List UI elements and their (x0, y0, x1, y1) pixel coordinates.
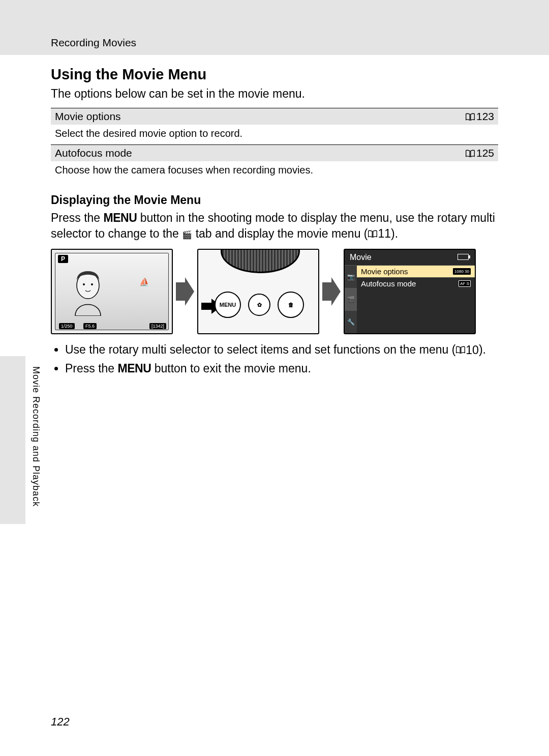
diagram-row: P ⛵ 1/250 F5.6 [1342] (51, 249, 498, 334)
subsection-title: Displaying the Movie Menu (51, 193, 498, 207)
flower-button-illustration: ✿ (248, 294, 270, 316)
movie-tab-icon: 🎬 (182, 230, 192, 239)
page-reference: 10 (455, 342, 479, 358)
page-number: 122 (51, 715, 70, 729)
svg-marker-5 (322, 277, 341, 306)
menu-glyph: MENU (118, 362, 151, 375)
command-dial-illustration (221, 249, 300, 273)
book-icon (455, 346, 466, 354)
book-icon (368, 230, 378, 238)
option-row-header: Movie options 123 (51, 108, 498, 125)
menu-item-label: Movie options (361, 267, 408, 276)
arrow-right-icon (322, 277, 341, 306)
portrait-illustration (70, 270, 106, 316)
delete-button-illustration: 🗑 (278, 292, 304, 318)
option-name: Autofocus mode (55, 147, 465, 159)
svg-point-2 (91, 283, 93, 285)
svg-point-1 (83, 283, 85, 285)
arrow-right-icon (176, 277, 194, 306)
camera-buttons-illustration: MENU ✿ 🗑 (197, 249, 319, 334)
page-number-ref: 123 (476, 110, 494, 123)
movie-menu-illustration: Movie 📷 🎬 🔧 Movie options 1080 30 Autofo… (344, 249, 476, 334)
option-description: Choose how the camera focuses when recor… (51, 161, 498, 181)
shots-remaining: [1342] (149, 323, 166, 329)
subsection-paragraph: Press the MENU button in the shooting mo… (51, 210, 498, 242)
movie-tab-icon: 🎬 (345, 288, 357, 311)
svg-marker-3 (176, 277, 194, 306)
mode-badge: P (58, 255, 68, 263)
list-item: Use the rotary multi selector to select … (65, 341, 498, 358)
menu-item-badge: AF S (459, 280, 471, 287)
shutter-speed: 1/250 (59, 323, 75, 329)
list-item: Press the MENU button to exit the movie … (65, 360, 498, 376)
section-title: Using the Movie Menu (51, 66, 498, 83)
battery-icon (458, 254, 469, 260)
camera-preview-illustration: P ⛵ 1/250 F5.6 [1342] (51, 249, 173, 334)
menu-glyph: MENU (104, 211, 137, 224)
option-description: Select the desired movie option to recor… (51, 125, 498, 144)
header-band: Recording Movies (0, 0, 549, 55)
menu-button-illustration: MENU (215, 292, 241, 318)
page-reference: 123 (465, 110, 494, 123)
manual-page: Recording Movies Using the Movie Menu Th… (0, 0, 549, 756)
section-side-label: Movie Recording and Playback (30, 366, 41, 507)
content-area: Using the Movie Menu The options below c… (0, 55, 549, 376)
menu-item-selected: Movie options 1080 30 (357, 265, 475, 277)
menu-item: Autofocus mode AF S (357, 277, 475, 289)
menu-tabs: 📷 🎬 🔧 (345, 265, 357, 333)
menu-item-badge: 1080 30 (453, 268, 471, 275)
setup-tab-icon: 🔧 (345, 310, 357, 333)
bullet-list: Use the rotary multi selector to select … (51, 341, 498, 376)
option-name: Movie options (55, 110, 465, 123)
page-reference: 11 (368, 226, 391, 242)
section-side-tab (0, 356, 25, 524)
book-icon (465, 113, 475, 121)
section-intro: The options below can be set in the movi… (51, 87, 498, 101)
aperture: F5.6 (83, 323, 97, 329)
menu-title: Movie (345, 250, 475, 265)
sailboat-icon: ⛵ (139, 277, 149, 287)
book-icon (465, 150, 475, 157)
page-number-ref: 125 (476, 147, 494, 159)
menu-item-label: Autofocus mode (361, 279, 416, 288)
menu-list: Movie options 1080 30 Autofocus mode AF … (357, 265, 475, 289)
camera-tab-icon: 📷 (345, 265, 357, 288)
page-reference: 125 (465, 147, 494, 159)
option-row-header: Autofocus mode 125 (51, 144, 498, 161)
breadcrumb: Recording Movies (51, 37, 136, 48)
